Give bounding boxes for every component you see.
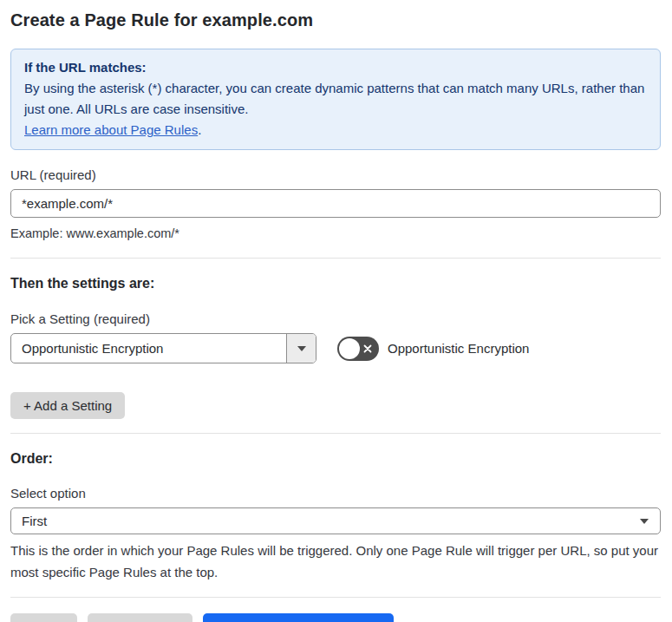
url-input[interactable] <box>10 189 661 218</box>
pick-setting-label: Pick a Setting (required) <box>10 311 661 326</box>
toggle-label: Opportunistic Encryption <box>388 341 529 356</box>
order-help-text: This is the order in which your Page Rul… <box>10 540 661 583</box>
save-draft-button[interactable]: Save as Draft <box>88 613 192 622</box>
setting-row: Opportunistic Encryption Opportunistic E… <box>10 333 661 363</box>
setting-dropdown-value[interactable]: Opportunistic Encryption <box>11 334 286 363</box>
info-box-heading: If the URL matches: <box>24 57 647 78</box>
learn-more-link[interactable]: Learn more about Page Rules <box>24 122 198 137</box>
toggle-knob <box>339 338 360 359</box>
add-setting-button[interactable]: + Add a Setting <box>10 392 125 419</box>
setting-dropdown-button[interactable] <box>286 334 316 363</box>
order-select-value: First <box>22 514 47 528</box>
footer-actions: Cancel Save as Draft Save and Deploy Pag… <box>10 613 661 622</box>
info-box-link-line: Learn more about Page Rules. <box>24 120 647 141</box>
order-select[interactable]: First <box>10 507 661 534</box>
toggle-off-x-icon <box>362 343 374 355</box>
page-title: Create a Page Rule for example.com <box>10 10 661 30</box>
url-matches-info-box: If the URL matches: By using the asteris… <box>10 49 661 150</box>
dropdown-arrow-icon <box>297 346 306 351</box>
divider <box>10 433 661 434</box>
divider <box>10 597 661 598</box>
setting-dropdown[interactable]: Opportunistic Encryption <box>10 333 316 363</box>
page-rule-form: Create a Page Rule for example.com If th… <box>0 0 672 622</box>
order-section-heading: Order: <box>10 451 661 467</box>
save-deploy-button[interactable]: Save and Deploy Page Rule <box>203 613 394 622</box>
select-chevron-icon <box>640 519 649 524</box>
url-field-label: URL (required) <box>10 167 661 182</box>
link-suffix: . <box>198 122 201 137</box>
cancel-button[interactable]: Cancel <box>10 613 77 622</box>
url-example-hint: Example: www.example.com/* <box>10 224 661 244</box>
order-select-label: Select option <box>10 486 661 501</box>
divider <box>10 258 661 259</box>
opportunistic-encryption-toggle[interactable] <box>337 337 379 361</box>
info-box-body: By using the asterisk (*) character, you… <box>24 78 647 120</box>
settings-section-heading: Then the settings are: <box>10 276 661 291</box>
